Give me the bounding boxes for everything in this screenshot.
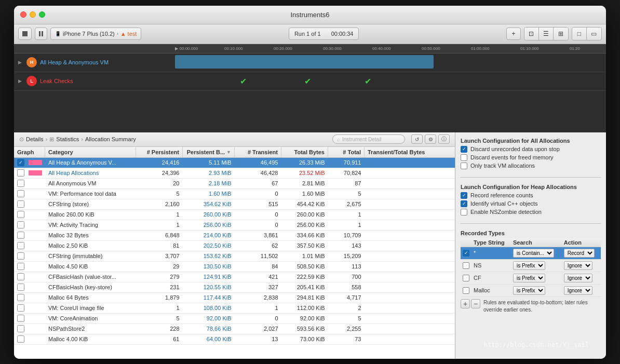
table-row[interactable]: All Heap Allocations 24,396 2.93 MiB 46,… bbox=[14, 168, 455, 179]
row-checkbox-8[interactable] bbox=[17, 242, 24, 249]
option-nszombie[interactable]: Enable NSZombie detection bbox=[461, 209, 601, 215]
table-row[interactable]: CFBasicHash (value-stor... 279 124.91 Ki… bbox=[14, 272, 455, 282]
maximize-button[interactable] bbox=[39, 11, 45, 18]
table-row[interactable]: Malloc 260.00 KiB 1 260.00 KiB 0 260.00 … bbox=[14, 210, 455, 220]
checkbox-discard-freed[interactable] bbox=[461, 154, 467, 161]
th-graph[interactable]: Graph bbox=[14, 147, 45, 157]
rt-search-select-0[interactable]: is Contain... bbox=[513, 249, 554, 258]
th-transient-total[interactable]: Transient/Total Bytes bbox=[365, 147, 455, 157]
option-virtual-cpp[interactable]: ✓ Identify virtual C++ objects bbox=[461, 200, 601, 207]
option-discard-unrecorded[interactable]: ✓ Discard unrecorded data upon stop bbox=[461, 146, 601, 153]
table-row[interactable]: Malloc 32 Bytes 6,848 214.00 KiB 3,861 3… bbox=[14, 231, 455, 241]
table-row[interactable]: CFBasicHash (key-store) 231 120.55 KiB 3… bbox=[14, 282, 455, 293]
rt-row[interactable]: CF is Prefix Ignore bbox=[461, 272, 601, 284]
th-transient[interactable]: # Transient bbox=[235, 147, 281, 157]
row-checkbox-13[interactable] bbox=[17, 294, 24, 301]
rt-checkbox-0[interactable]: ✓ bbox=[463, 250, 469, 257]
add-button[interactable]: + bbox=[506, 28, 521, 40]
table-row[interactable]: VM: CoreUI image file 1 108.00 KiB 1 112… bbox=[14, 303, 455, 314]
rt-add-button[interactable]: + bbox=[461, 299, 470, 308]
table-row[interactable]: Malloc 4.50 KiB 29 130.50 KiB 84 508.50 … bbox=[14, 262, 455, 272]
row-checkbox-15[interactable] bbox=[17, 315, 24, 322]
row-checkbox-9[interactable] bbox=[17, 252, 24, 260]
table-row[interactable]: Malloc 64 Bytes 1,879 117.44 KiB 2,838 2… bbox=[14, 293, 455, 303]
row-checkbox-5[interactable] bbox=[17, 211, 24, 218]
rt-action-select-1[interactable]: Ignore bbox=[564, 261, 592, 270]
row-checkbox-3[interactable] bbox=[17, 190, 24, 197]
grid-view-button[interactable]: ☰ bbox=[539, 28, 554, 40]
table-row[interactable]: VM: CoreAnimation 5 92.00 KiB 0 92.00 Ki… bbox=[14, 314, 455, 324]
breadcrumb-alloc-summary[interactable]: Allocation Summary bbox=[85, 136, 136, 142]
row-checkbox-11[interactable] bbox=[17, 273, 24, 280]
split-view-button[interactable]: ⊞ bbox=[554, 28, 568, 40]
option-track-vm[interactable]: Only track VM allocations bbox=[461, 163, 601, 169]
allocation-table[interactable]: Graph Category # Persistent Persistent B… bbox=[14, 147, 455, 359]
rt-cell-checkbox-3[interactable] bbox=[461, 284, 471, 296]
track-expand-icon[interactable]: ▶ bbox=[18, 60, 23, 65]
breadcrumb-statistics[interactable]: Statistics bbox=[56, 136, 79, 142]
rt-row[interactable]: Malloc is Prefix Ignore bbox=[461, 284, 601, 296]
th-total-bytes[interactable]: Total Bytes bbox=[281, 147, 328, 157]
rt-checkbox-1[interactable] bbox=[463, 262, 469, 269]
row-checkbox-14[interactable] bbox=[17, 304, 24, 312]
table-row[interactable]: Malloc 2.50 KiB 81 202.50 KiB 62 357.50 … bbox=[14, 241, 455, 251]
checkbox-discard-unrecorded[interactable]: ✓ bbox=[461, 146, 467, 153]
table-row[interactable]: VM: Activity Tracing 1 256.00 KiB 0 256.… bbox=[14, 220, 455, 231]
refresh-button[interactable]: ↺ bbox=[411, 134, 423, 144]
checkbox-record-refs[interactable]: ✓ bbox=[461, 192, 467, 199]
table-row[interactable]: VM: Performance tool data 5 1.60 MiB 0 1… bbox=[14, 189, 455, 199]
rt-checkbox-2[interactable] bbox=[463, 275, 469, 281]
settings-button[interactable]: ⚙ bbox=[425, 134, 436, 144]
track-leak[interactable]: ▶ L Leak Checks ✔ ✔ ✔ bbox=[14, 72, 606, 91]
th-category[interactable]: Category bbox=[45, 147, 136, 157]
breadcrumb-search-box[interactable]: ⌕ Instrument Detail bbox=[332, 134, 405, 144]
list-view-button[interactable]: ⊡ bbox=[524, 28, 539, 40]
checkbox-track-vm[interactable] bbox=[461, 163, 467, 169]
table-row[interactable]: All Anonymous VM 20 2.18 MiB 67 2.81 MiB… bbox=[14, 179, 455, 189]
minimize-button[interactable] bbox=[30, 11, 36, 18]
table-row[interactable]: CFString (store) 2,160 354.62 KiB 515 45… bbox=[14, 199, 455, 210]
rt-action-select-2[interactable]: Ignore bbox=[564, 274, 592, 282]
row-checkbox-17[interactable] bbox=[17, 335, 24, 343]
row-checkbox-4[interactable] bbox=[17, 200, 24, 208]
breadcrumb-details[interactable]: Details bbox=[26, 136, 44, 142]
option-record-refs[interactable]: ✓ Record reference counts bbox=[461, 192, 601, 199]
single-pane-button[interactable]: □ bbox=[572, 28, 587, 40]
row-checkbox-10[interactable] bbox=[17, 263, 24, 270]
dual-pane-button[interactable]: ▭ bbox=[587, 28, 601, 40]
rt-row[interactable]: NS is Prefix Ignore bbox=[461, 259, 601, 272]
th-persistent[interactable]: # Persistent bbox=[136, 147, 183, 157]
table-row[interactable]: ✓ All Heap & Anonymous V... 24,416 5.11 … bbox=[14, 158, 455, 168]
row-checkbox-6[interactable] bbox=[17, 221, 24, 228]
table-row[interactable]: CFString (immutable) 3,707 153.62 KiB 11… bbox=[14, 251, 455, 262]
rt-search-select-2[interactable]: is Prefix bbox=[513, 274, 545, 282]
checkbox-virtual-cpp[interactable]: ✓ bbox=[461, 200, 467, 207]
row-checkbox-2[interactable] bbox=[17, 180, 24, 187]
row-checkbox-12[interactable] bbox=[17, 284, 24, 291]
pause-button[interactable] bbox=[35, 28, 47, 40]
device-selector[interactable]: 📱 iPhone 7 Plus (10.2) › ▲ test bbox=[50, 28, 141, 40]
rt-search-select-1[interactable]: is Prefix bbox=[513, 261, 545, 270]
option-discard-freed[interactable]: Discard events for freed memory bbox=[461, 154, 601, 161]
table-row[interactable]: NSPathStore2 228 78.66 KiB 2,027 593.56 … bbox=[14, 324, 455, 334]
rt-action-select-0[interactable]: Record bbox=[564, 249, 595, 258]
stop-button[interactable] bbox=[18, 28, 32, 40]
rt-search-select-3[interactable]: is Prefix bbox=[513, 286, 545, 295]
table-row[interactable]: Malloc 4.00 KiB 61 64.00 KiB 13 73.00 Ki… bbox=[14, 334, 455, 345]
row-checkbox-1[interactable] bbox=[17, 169, 24, 177]
th-total[interactable]: # Total bbox=[328, 147, 365, 157]
row-checkbox-7[interactable] bbox=[17, 232, 24, 239]
info-button[interactable]: ⓘ bbox=[438, 134, 450, 144]
checkbox-nszombie[interactable] bbox=[461, 209, 467, 215]
rt-row[interactable]: ✓ * is Contain... Record bbox=[461, 247, 601, 259]
track-leak-expand-icon[interactable]: ▶ bbox=[18, 78, 23, 84]
rt-cell-checkbox-1[interactable] bbox=[461, 259, 471, 272]
close-button[interactable] bbox=[20, 11, 26, 18]
th-persistent-b[interactable]: Persistent B...▼ bbox=[183, 147, 235, 157]
rt-cell-checkbox-0[interactable]: ✓ bbox=[461, 247, 471, 259]
rt-cell-checkbox-2[interactable] bbox=[461, 272, 471, 284]
rt-action-select-3[interactable]: Ignore bbox=[564, 286, 592, 295]
track-heap[interactable]: ▶ H All Heap & Anonymous VM bbox=[14, 53, 606, 72]
rt-remove-button[interactable]: − bbox=[471, 299, 480, 308]
rt-checkbox-3[interactable] bbox=[463, 287, 469, 294]
